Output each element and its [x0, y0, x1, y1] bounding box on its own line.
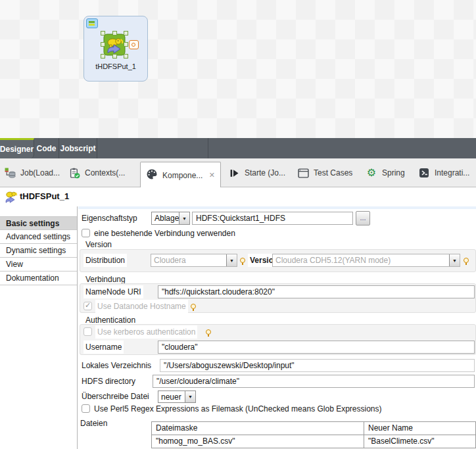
tab-jobscript[interactable]: Jobscript — [59, 138, 97, 158]
distribution-value: Cloudera — [151, 254, 226, 266]
section-authentication: Authentication — [85, 316, 135, 325]
cell-filemask[interactable]: "homog_mo_BAS.csv" — [152, 435, 364, 448]
cell-new-name[interactable]: "BaselClimete.csv" — [364, 435, 476, 448]
tab-komponente-label: Kompone... — [162, 171, 202, 180]
overwrite-dropdown[interactable]: neuer — [158, 390, 196, 403]
hint-bulb-icon — [206, 329, 211, 335]
column-header-new-name[interactable]: Neuer Name — [364, 422, 476, 435]
sidebar-item-label: Dokumentation — [6, 273, 59, 283]
hadoop-version-dropdown[interactable]: Cloudera CDH5.12(YARN mode) — [272, 254, 460, 267]
sidebar-item-advanced-settings[interactable]: Advanced settings — [0, 230, 77, 244]
sidebar-item-label: Basic settings — [6, 219, 59, 228]
dropdown-arrow-icon[interactable] — [185, 391, 195, 402]
use-kerberos-label: Use kerberos authentication — [95, 325, 197, 339]
dropdown-arrow-icon[interactable] — [179, 212, 189, 224]
perl5-regex-label: Use Perl5 Regex Expressions as Filemask … — [94, 402, 382, 415]
files-label: Dateien — [80, 417, 107, 430]
hint-bulb-icon — [464, 258, 469, 263]
column-header-filemask[interactable]: Dateimaske — [152, 422, 364, 435]
username-label: Username — [83, 341, 124, 354]
hadoop-version-value: Cloudera CDH5.12(YARN mode) — [273, 254, 449, 266]
table-header-row: Dateimaske Neuer Name — [152, 422, 475, 435]
perl5-regex-checkbox[interactable] — [82, 404, 90, 413]
hdfs-put-icon[interactable] — [103, 34, 126, 56]
selection-handle[interactable] — [101, 42, 105, 47]
close-icon[interactable]: ✕ — [209, 172, 215, 179]
run-icon — [228, 167, 240, 179]
sidebar-item-label: View — [6, 260, 23, 269]
tab-integration-label: Integrati... — [435, 168, 469, 177]
use-kerberos-checkbox[interactable] — [83, 327, 92, 336]
distribution-dropdown[interactable]: Cloudera — [151, 254, 237, 267]
tab-test-cases-label: Test Cases — [314, 168, 352, 177]
sidebar-item-view[interactable]: View — [0, 258, 77, 272]
hdfs-put-small-icon — [4, 190, 18, 204]
tab-starte[interactable]: Starte (Jo... — [228, 158, 285, 187]
dropdown-arrow-icon[interactable] — [449, 254, 460, 266]
overwrite-value: neuer — [158, 391, 185, 402]
sidebar-item-dokumentation[interactable]: Dokumentation — [0, 272, 77, 285]
overwrite-file-label: Überschreibe Datei — [82, 390, 149, 403]
integration-icon — [418, 167, 430, 179]
hint-bulb-icon — [191, 304, 196, 309]
browse-repository-button[interactable]: ... — [356, 211, 370, 225]
tab-jobscript-label: Jobscript — [60, 144, 95, 153]
dropdown-arrow-icon[interactable] — [226, 254, 237, 266]
selection-handle[interactable] — [124, 54, 128, 59]
contexts-icon — [68, 167, 80, 179]
component-header: tHDFSPut_1 — [0, 187, 476, 206]
selection-handle[interactable] — [101, 54, 105, 59]
panel-tab-strip: Job(Load... Contexts(... — [0, 158, 476, 187]
selection-handle[interactable] — [124, 42, 128, 47]
tab-contexts[interactable]: Contexts(... — [68, 158, 125, 187]
tab-job-label: Job(Load... — [20, 168, 60, 177]
component-node-thdfsput[interactable]: tHDFSPut_1 — [83, 16, 148, 82]
tab-integration[interactable]: Integrati... — [418, 158, 469, 187]
job-icon — [4, 167, 16, 179]
window-icon — [297, 167, 309, 179]
local-directory-field[interactable]: "/Users/aboguszewski/Desktop/input" — [160, 359, 475, 372]
property-type-label: Eigenschaftstyp — [82, 212, 137, 225]
selection-handle[interactable] — [112, 31, 117, 35]
selection-handle[interactable] — [124, 31, 128, 35]
component-title: tHDFSPut_1 — [20, 191, 69, 201]
sidebar-item-dynamic-settings[interactable]: Dynamic settings — [0, 244, 77, 258]
repository-field[interactable]: HDFS:Quickstart1_HDFS — [192, 212, 353, 225]
viewbar-divider — [208, 138, 208, 158]
namenode-uri-field[interactable]: "hdfs://quickstart.cloudera:8020" — [158, 285, 475, 298]
component-label[interactable]: tHDFSPut_1 — [84, 62, 147, 70]
selection-handle[interactable] — [112, 54, 117, 59]
hdfs-directory-field[interactable]: "/user/cloudera/climate" — [153, 375, 475, 388]
design-canvas[interactable]: tHDFSPut_1 — [0, 0, 476, 138]
section-verbindung: Verbindung — [85, 275, 126, 284]
selection-handle[interactable] — [101, 31, 105, 35]
hint-bulb-icon — [240, 258, 245, 263]
use-datanode-hostname-label: Use Datanode Hostname — [95, 300, 188, 313]
sidebar-item-label: Advanced settings — [6, 232, 70, 241]
property-type-dropdown[interactable]: Ablage — [151, 212, 190, 225]
files-table: Dateimaske Neuer Name "homog_mo_BAS.csv"… — [151, 421, 476, 448]
tab-starte-label: Starte (Jo... — [245, 168, 285, 177]
distribution-label: Distribution — [83, 254, 127, 267]
tab-code-label: Code — [37, 144, 57, 153]
username-field[interactable]: "cloudera" — [158, 341, 475, 354]
sidebar-item-basic-settings[interactable]: Basic settings — [0, 216, 77, 230]
hdfs-directory-label: HDFS directory — [82, 375, 135, 388]
tab-spring[interactable]: ⚙ Spring — [366, 158, 405, 187]
tab-code[interactable]: Code — [34, 138, 59, 158]
tab-komponente[interactable]: Kompone... ✕ — [140, 162, 221, 188]
use-existing-connection-label: eine bestehende Verbindung verwenden — [94, 227, 235, 240]
use-existing-connection-checkbox[interactable] — [82, 229, 90, 237]
tab-job[interactable]: Job(Load... — [4, 158, 60, 187]
panel-top-strip — [78, 206, 476, 209]
local-directory-label: Lokales Verzeichnis — [82, 359, 151, 372]
tab-designer[interactable]: Designer — [0, 138, 34, 158]
tab-designer-label: Designer — [0, 145, 34, 154]
view-mode-bar: Designer Code Jobscript — [0, 138, 476, 158]
tab-test-cases[interactable]: Test Cases — [297, 158, 352, 187]
subjob-badge-icon — [86, 18, 98, 28]
spring-gear-icon: ⚙ — [366, 167, 377, 179]
tab-spring-label: Spring — [382, 168, 405, 177]
use-datanode-hostname-checkbox[interactable] — [83, 302, 92, 310]
settings-sidebar: Basic settings Advanced settings Dynamic… — [0, 206, 78, 449]
